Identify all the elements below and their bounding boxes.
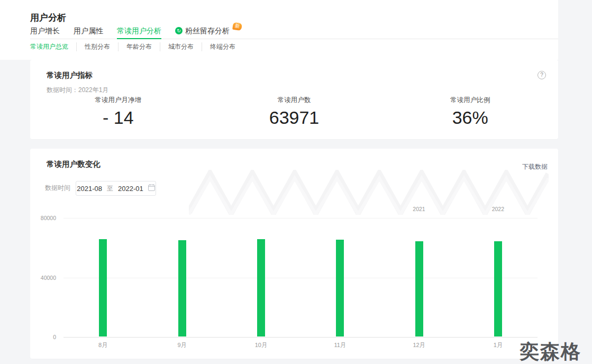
- chart-bar-1月[interactable]: [494, 241, 502, 336]
- page-title: 用户分析: [30, 12, 66, 24]
- tab-user-growth[interactable]: 用户增长: [30, 26, 60, 39]
- tab-label: 用户增长: [30, 26, 60, 36]
- chart-bar-9月[interactable]: [178, 240, 186, 336]
- chart-bar-8月[interactable]: [99, 239, 107, 336]
- subtab-terminal-distribution[interactable]: 终端分布: [202, 42, 235, 51]
- help-icon[interactable]: ?: [538, 71, 546, 79]
- metrics-card-title: 常读用户指标: [47, 70, 93, 80]
- y-axis-tick: 0: [33, 334, 56, 340]
- x-axis-tick: 1月: [494, 341, 503, 349]
- chart-bar-10月[interactable]: [257, 239, 265, 336]
- tab-label: 用户属性: [74, 26, 103, 36]
- download-data-link[interactable]: 下载数据: [522, 162, 548, 171]
- chart-bar-12月[interactable]: [415, 241, 423, 336]
- new-badge: 新: [232, 22, 242, 31]
- metric-label: 常读用户比例: [382, 96, 558, 105]
- chart-card-title: 常读用户数变化: [47, 159, 101, 169]
- subtab-gender-distribution[interactable]: 性别分布: [76, 42, 110, 51]
- date-start: 2021-08: [77, 185, 102, 193]
- metrics-data-time: 数据时间：2022年1月: [47, 86, 108, 95]
- metric-value: 63971: [206, 107, 382, 128]
- metrics-row: 常读用户月净增 - 14 常读用户数 63971 常读用户比例 36%: [30, 96, 558, 128]
- site-watermark: 奕森格: [520, 341, 581, 363]
- gridline-40000: [63, 278, 538, 278]
- year-label-2021: 2021: [413, 206, 425, 212]
- tab-label: 常读用户分析: [117, 26, 161, 36]
- date-range-picker[interactable]: 2021-08 至 2022-01: [76, 181, 156, 196]
- year-label-2022: 2022: [492, 206, 504, 212]
- x-axis-tick: 11月: [334, 341, 345, 349]
- metric-monthly-net-increase: 常读用户月净增 - 14: [30, 96, 206, 128]
- metric-label: 常读用户月净增: [30, 96, 206, 105]
- metric-label: 常读用户数: [206, 96, 382, 105]
- gridline-0: [63, 337, 538, 338]
- main-tabs: 用户增长 用户属性 常读用户分析 ↻ 粉丝留存分析 新: [30, 26, 558, 39]
- date-end: 2022-01: [118, 185, 143, 193]
- tab-fan-retention-analysis[interactable]: ↻ 粉丝留存分析 新: [175, 26, 241, 39]
- subtab-regular-reader-overview[interactable]: 常读用户总览: [30, 42, 68, 51]
- y-axis-tick: 40000: [33, 275, 56, 281]
- regular-reader-bar-chart: 040000800008月9月10月11月12月1月20212022: [63, 218, 538, 337]
- metric-value: 36%: [382, 107, 558, 128]
- metric-regular-reader-count: 常读用户数 63971: [206, 96, 382, 128]
- date-separator: 至: [107, 184, 113, 193]
- y-axis-tick: 80000: [33, 215, 56, 221]
- retention-circle-icon: ↻: [175, 27, 183, 34]
- metric-regular-reader-ratio: 常读用户比例 36%: [382, 96, 558, 128]
- metric-value: - 14: [30, 107, 206, 128]
- gridline-80000: [63, 218, 538, 219]
- x-axis-tick: 12月: [413, 341, 425, 349]
- x-axis-tick: 9月: [177, 341, 186, 349]
- subtab-age-distribution[interactable]: 年龄分布: [118, 42, 152, 51]
- x-axis-tick: 10月: [255, 341, 267, 349]
- sub-tabs: 常读用户总览 性别分布 年龄分布 城市分布 终端分布: [30, 42, 235, 51]
- tab-regular-reader-analysis[interactable]: 常读用户分析: [117, 26, 161, 39]
- user-analysis-page: 用户分析 用户增长 用户属性 常读用户分析 ↻ 粉丝留存分析 新 常读用户总览 …: [0, 0, 592, 364]
- tab-user-attributes[interactable]: 用户属性: [74, 26, 103, 39]
- chart-bar-11月[interactable]: [336, 240, 344, 336]
- chart-card: 常读用户数变化 下载数据 数据时间 2021-08 至 2022-01 0400…: [30, 149, 558, 359]
- metrics-card: 常读用户指标 ? 数据时间：2022年1月 常读用户月净增 - 14 常读用户数…: [30, 60, 558, 139]
- subtab-city-distribution[interactable]: 城市分布: [160, 42, 194, 51]
- calendar-icon: [148, 184, 155, 193]
- tab-label: 粉丝留存分析: [185, 26, 230, 36]
- header: 用户分析 用户增长 用户属性 常读用户分析 ↻ 粉丝留存分析 新 常读用户总览 …: [0, 0, 558, 60]
- x-axis-tick: 8月: [98, 341, 107, 349]
- date-time-label: 数据时间: [45, 184, 70, 193]
